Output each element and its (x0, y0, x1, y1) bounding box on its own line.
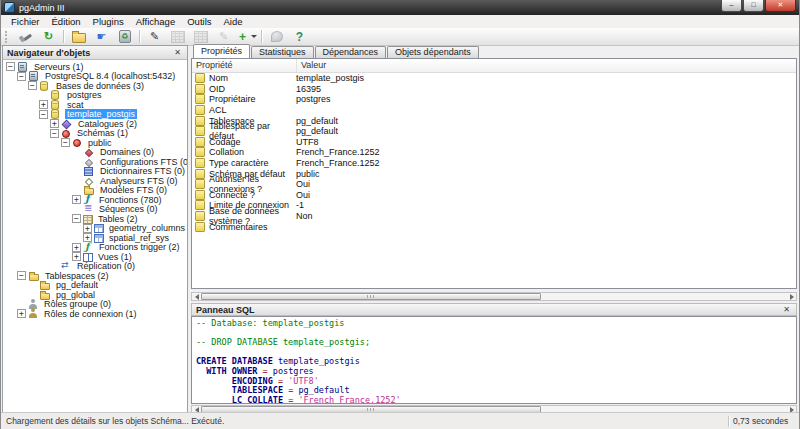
add-server-connection-button[interactable] (14, 28, 37, 45)
tree-item-sch-mas-1[interactable]: −Schémas (1) (3, 129, 187, 139)
property-value: template_postgis (296, 73, 796, 83)
properties-rows: Nomtemplate_postgisOID16395Propriétairep… (192, 73, 796, 232)
dropdown-caret-icon[interactable] (251, 35, 257, 38)
menu-aide[interactable]: Aide (218, 15, 249, 28)
refresh-button[interactable] (37, 28, 60, 45)
tree-item-geometry-columns[interactable]: +geometry_columns (3, 224, 187, 234)
tree-item-fonctions-780[interactable]: +Fonctions (780) (3, 195, 187, 205)
properties-header-row: Propriété Valeur (192, 59, 796, 73)
tab-d-pendances[interactable]: Dépendances (315, 46, 387, 58)
property-row: Propriétairepostgres (192, 94, 796, 105)
collapse-icon[interactable]: − (6, 62, 15, 71)
sql-token: -- Database: template_postgis (196, 318, 344, 328)
property-icon (195, 147, 205, 157)
tree-item-scat[interactable]: +scat (3, 100, 187, 110)
close-button[interactable]: ✕ (765, 0, 796, 12)
menu-outils[interactable]: Outils (181, 15, 217, 28)
tree-item-label: public (86, 138, 114, 148)
column-header-value[interactable]: Valeur (297, 59, 796, 72)
tree-item-serveurs-1[interactable]: −Serveurs (1) (3, 62, 187, 72)
menu-dition[interactable]: Édition (46, 15, 87, 28)
tree-item-bases-de-donn-es-3[interactable]: −Bases de données (3) (3, 81, 187, 91)
tree-item-postgresql-8-4-localhost-5432[interactable]: −PostgreSQL 8.4 (localhost:5432) (3, 72, 187, 82)
tab-statistiques[interactable]: Statistiques (251, 46, 314, 58)
scrollbar-track[interactable] (201, 293, 787, 300)
filter-grid-icon (194, 31, 208, 43)
expand-icon[interactable]: + (83, 224, 92, 233)
sql-token: = (257, 366, 272, 376)
close-icon[interactable]: ✕ (172, 48, 183, 57)
scroll-left-arrow-icon[interactable] (192, 293, 201, 300)
tree-item-label: Modèles FTS (0) (98, 185, 169, 195)
expand-icon[interactable]: + (39, 100, 48, 109)
expand-icon[interactable]: + (72, 243, 81, 252)
sql-pane-header: Panneau SQL ✕ (191, 303, 797, 316)
tree-item-s-quences-0[interactable]: Séquences (0) (3, 205, 187, 215)
expand-icon[interactable]: + (72, 195, 81, 204)
menu-affichage[interactable]: Affichage (130, 15, 181, 28)
close-icon[interactable]: ✕ (781, 305, 792, 314)
tab-objets-d-pendants[interactable]: Objets dépendants (387, 46, 479, 58)
collapse-icon[interactable]: − (28, 81, 37, 90)
toolbar-grip (5, 31, 10, 43)
minimize-button[interactable]: – (721, 0, 742, 12)
tree-item-pg-default[interactable]: pg_default (3, 281, 187, 291)
tree-item-analyseurs-fts-0[interactable]: Analyseurs FTS (0) (3, 176, 187, 186)
drop-object-button[interactable] (113, 28, 136, 45)
tree-item-public[interactable]: −public (3, 138, 187, 148)
help-button[interactable] (288, 28, 311, 45)
tree-item-configurations-fts-0[interactable]: Configurations FTS (0) (3, 157, 187, 167)
plugin-icon (236, 30, 249, 43)
tree-item-label: geometry_columns (107, 223, 187, 233)
property-row: Type caractèreFrench_France.1252 (192, 158, 796, 169)
sql-token: CREATE DATABASE (196, 356, 278, 366)
expand-icon[interactable]: + (17, 309, 26, 318)
tree-item-catalogues-2[interactable]: +Catalogues (2) (3, 119, 187, 129)
property-value: Oui (296, 190, 796, 200)
tree-item-label: Séquences (0) (97, 204, 160, 214)
collapse-icon[interactable]: − (17, 72, 26, 81)
tree-item-tables-2[interactable]: −Tables (2) (3, 214, 187, 224)
scroll-right-arrow-icon[interactable] (787, 293, 796, 300)
sql-pencil-icon (148, 30, 162, 43)
scrollbar-thumb[interactable] (201, 293, 541, 300)
tree-item-spatial-ref-sys[interactable]: +spatial_ref_sys (3, 233, 187, 243)
tree-item-mod-les-fts-0[interactable]: Modèles FTS (0) (3, 186, 187, 196)
tree-item-label: scat (65, 100, 86, 110)
properties-horizontal-scrollbar[interactable] (191, 292, 797, 301)
maximize-button[interactable]: □ (743, 0, 764, 12)
column-header-property[interactable]: Propriété (192, 59, 297, 72)
menu-plugins[interactable]: Plugins (87, 15, 130, 28)
collapse-icon[interactable]: − (72, 214, 81, 223)
tree-item-domaines-0[interactable]: Domaines (0) (3, 148, 187, 158)
collapse-icon[interactable]: − (17, 271, 26, 280)
tree-item-fonctions-trigger-2[interactable]: +Fonctions trigger (2) (3, 243, 187, 253)
expand-icon[interactable]: + (72, 252, 81, 261)
tree-item-dictionnaires-fts-0[interactable]: Dictionnaires FTS (0) (3, 167, 187, 177)
tree-item-r-les-de-connexion-1[interactable]: +Rôles de connexion (1) (3, 309, 187, 319)
sql-token: TABLESPACE (232, 385, 283, 395)
sql-token (196, 376, 232, 386)
property-icon (195, 190, 205, 200)
property-row: Connecté ?Oui (192, 190, 796, 201)
tree-item-postgres[interactable]: postgres (3, 91, 187, 101)
tab-propri-t-s[interactable]: Propriétés (193, 44, 250, 58)
collapse-icon[interactable]: − (50, 129, 59, 138)
tree-item-label: spatial_ref_sys (107, 233, 171, 243)
table-icon (94, 224, 104, 233)
collapse-icon[interactable]: − (39, 110, 48, 119)
tree-item-tablespaces-2[interactable]: −Tablespaces (2) (3, 271, 187, 281)
sql-token: WITH OWNER (206, 366, 257, 376)
plugins-button[interactable] (235, 28, 258, 45)
object-properties-button[interactable] (67, 28, 90, 45)
tree-item-r-plication-0[interactable]: Réplication (0) (3, 262, 187, 272)
query-tool-button[interactable] (143, 28, 166, 45)
property-row: CollationFrench_France.1252 (192, 147, 796, 158)
menu-fichier[interactable]: Fichier (5, 15, 46, 28)
expand-icon[interactable]: + (50, 119, 59, 128)
status-message: Chargement des détails sur les objets Sc… (1, 416, 728, 426)
tree-item-vues-1[interactable]: +Vues (1) (3, 252, 187, 262)
collapse-icon[interactable]: − (61, 138, 70, 147)
new-object-button[interactable] (90, 28, 113, 45)
tree-item-template-postgis[interactable]: −template_postgis (3, 110, 187, 120)
